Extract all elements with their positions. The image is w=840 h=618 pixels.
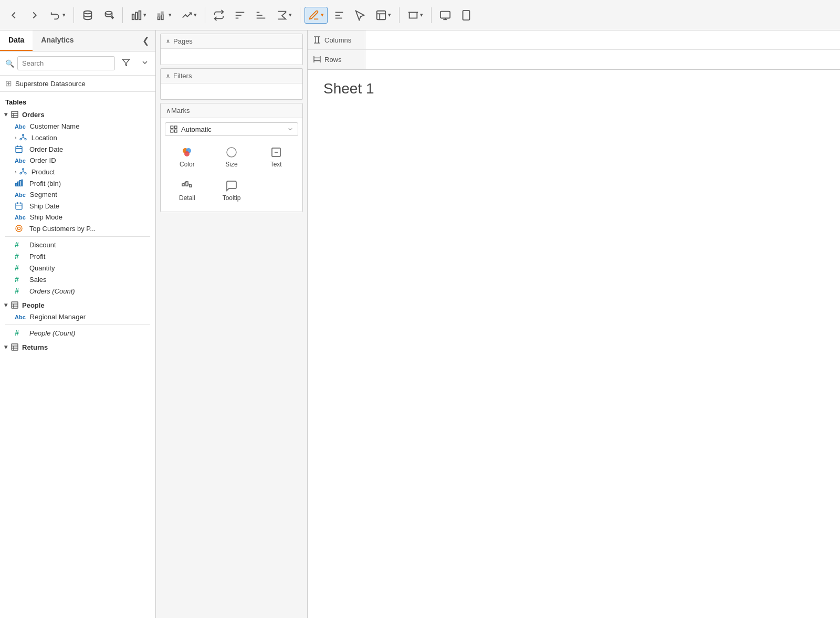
field-name: Order Date <box>29 145 63 153</box>
marks-size-button[interactable]: Size <box>209 140 254 174</box>
filters-shelf-body[interactable] <box>161 83 302 99</box>
filter-button[interactable] <box>118 56 134 71</box>
svg-point-44 <box>22 169 24 170</box>
back-button[interactable] <box>4 7 23 24</box>
layout-button[interactable]: ▾ <box>372 7 395 24</box>
field-name: Ship Date <box>29 202 59 210</box>
color-dots-icon <box>181 146 193 159</box>
rows-shelf-content[interactable] <box>365 50 840 69</box>
sort-asc-button[interactable] <box>230 7 249 24</box>
tab-analytics[interactable]: Analytics <box>33 30 82 51</box>
canvas-body[interactable]: Sheet 1 <box>308 70 840 618</box>
sort-dropdown-button[interactable] <box>137 56 153 71</box>
field-regional-manager[interactable]: Abc Regional Manager <box>0 311 155 322</box>
aggregate-button[interactable]: ▾ <box>272 7 296 24</box>
pages-shelf-header: ∧ Pages <box>161 34 302 49</box>
hash-icon: # <box>15 287 25 295</box>
text-label: Text <box>270 161 282 168</box>
svg-rect-78 <box>182 184 184 186</box>
tab-data[interactable]: Data <box>0 30 33 51</box>
sort-desc-button[interactable] <box>251 7 270 24</box>
marks-type-dropdown[interactable]: Automatic <box>165 122 298 136</box>
calendar-icon <box>15 145 25 153</box>
search-input[interactable] <box>17 56 115 70</box>
datasource-item[interactable]: ⊞ Superstore Datasource <box>0 76 155 92</box>
filters-shelf-header: ∧ Filters <box>161 69 302 83</box>
field-order-id[interactable]: Abc Order ID <box>0 155 155 166</box>
field-sales[interactable]: # Sales <box>0 274 155 285</box>
field-segment[interactable]: Abc Segment <box>0 189 155 200</box>
sidebar-close-button[interactable]: ❮ <box>136 30 155 51</box>
present-button[interactable] <box>436 7 455 24</box>
svg-rect-20 <box>377 11 386 19</box>
svg-rect-4 <box>132 14 134 19</box>
toolbar: ▾ ▾ ▾ ▾ ▾ ▾ <box>0 0 840 30</box>
field-name: Discount <box>29 241 56 249</box>
rows-row: Rows <box>308 50 840 69</box>
marks-text-button[interactable]: Text <box>254 140 298 174</box>
orders-table-header[interactable]: ▾ Orders <box>0 108 155 121</box>
filters-shelf: ∧ Filters <box>160 68 303 100</box>
bin-icon <box>15 179 25 187</box>
select-button[interactable] <box>351 7 370 24</box>
marks-tooltip-button[interactable]: Tooltip <box>209 174 254 207</box>
toolbar-sep-5 <box>399 7 400 23</box>
field-discount[interactable]: # Discount <box>0 239 155 250</box>
fit-button[interactable]: ▾ <box>404 7 427 24</box>
bar-chart-button[interactable]: ▾ <box>127 7 150 24</box>
field-product[interactable]: › Product <box>0 166 155 177</box>
hash-icon: # <box>15 240 25 249</box>
hash-icon: # <box>15 329 25 337</box>
add-datasource-button[interactable] <box>99 7 118 24</box>
undo-button[interactable]: ▾ <box>46 7 69 24</box>
svg-line-48 <box>20 172 23 173</box>
field-top-customers[interactable]: Top Customers by P... <box>0 223 155 234</box>
field-ship-date[interactable]: Ship Date <box>0 200 155 212</box>
svg-rect-8 <box>158 14 160 16</box>
field-quantity[interactable]: # Quantity <box>0 262 155 274</box>
svg-rect-51 <box>17 182 19 186</box>
toolbar-sep-6 <box>431 7 432 23</box>
chart-type-3-button[interactable]: ▾ <box>177 7 201 24</box>
highlight-button[interactable]: ▾ <box>304 7 328 24</box>
returns-table-header[interactable]: ▾ Returns <box>0 341 155 353</box>
field-location[interactable]: › Location <box>0 132 155 143</box>
field-profit-bin[interactable]: Profit (bin) <box>0 177 155 189</box>
field-name: Regional Manager <box>30 313 86 321</box>
field-customer-name[interactable]: Abc Customer Name <box>0 121 155 132</box>
columns-shelf-content[interactable] <box>365 30 840 49</box>
orders-table-name: Orders <box>22 111 45 119</box>
marks-type-label: Automatic <box>181 125 284 133</box>
field-name: Orders (Count) <box>29 287 75 295</box>
marks-detail-button[interactable]: Detail <box>165 174 209 207</box>
datasource-button[interactable] <box>78 7 97 24</box>
columns-icon <box>313 36 321 44</box>
svg-point-58 <box>16 225 22 232</box>
marks-type-icon <box>170 125 178 133</box>
label-button[interactable] <box>330 7 349 24</box>
people-table-header[interactable]: ▾ People <box>0 299 155 311</box>
svg-rect-64 <box>12 344 18 350</box>
field-ship-mode[interactable]: Abc Ship Mode <box>0 212 155 223</box>
swap-button[interactable] <box>209 7 228 24</box>
forward-button[interactable] <box>25 7 44 24</box>
field-profit[interactable]: # Profit <box>0 250 155 262</box>
field-people-count[interactable]: # People (Count) <box>0 327 155 339</box>
field-name: Product <box>32 168 55 176</box>
pages-shelf-body[interactable] <box>161 49 302 65</box>
svg-point-46 <box>25 173 26 174</box>
stacked-bar-button[interactable]: ▾ <box>152 7 175 24</box>
marks-color-button[interactable]: Color <box>165 140 209 174</box>
tooltip-icon <box>225 180 238 192</box>
device-button[interactable] <box>457 7 476 24</box>
abc-icon: Abc <box>15 158 26 164</box>
marks-header: ∧ Marks <box>161 103 302 118</box>
field-order-date[interactable]: Order Date <box>0 143 155 155</box>
field-orders-count[interactable]: # Orders (Count) <box>0 285 155 297</box>
color-label: Color <box>180 161 195 168</box>
canvas-shelves: Columns Rows <box>308 30 840 70</box>
set-icon <box>15 224 25 233</box>
svg-point-36 <box>25 139 26 140</box>
field-name: Ship Mode <box>30 213 62 221</box>
main-layout: Data Analytics ❮ 🔍 ⊞ Superstore Datasour… <box>0 30 840 618</box>
